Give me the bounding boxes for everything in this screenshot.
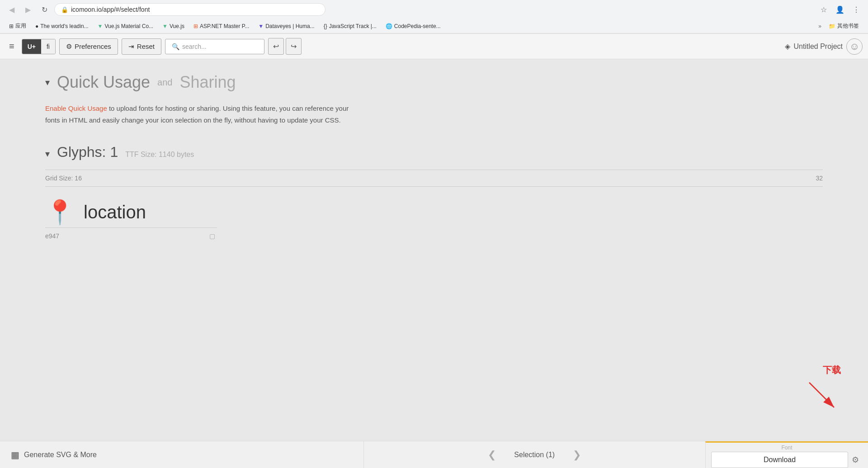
undo-button[interactable]: ↩ xyxy=(268,38,284,55)
bookmark-codepedia-label: CodePedia-sente... xyxy=(394,23,441,29)
download-button[interactable]: Download xyxy=(711,452,848,468)
vuematerial-icon: ▼ xyxy=(98,23,103,29)
annotation-arrow-svg xyxy=(805,378,841,414)
sharing-title: Sharing xyxy=(179,73,236,92)
folder-icon: 📁 xyxy=(829,23,835,29)
main-content: ▾ Quick Usage and Sharing Enable Quick U… xyxy=(0,59,868,423)
bookmark-vuejs[interactable]: ▼ Vue.js xyxy=(159,22,188,31)
glyph-code: e947 xyxy=(45,232,204,240)
bookmark-apps-label: 应用 xyxy=(15,22,26,30)
bookmark-vuejs-label: Vue.js xyxy=(170,23,184,29)
bookmark-vuematerial[interactable]: ▼ Vue.js Material Co... xyxy=(94,22,157,31)
glyph-icon-area: 📍 location xyxy=(45,200,146,224)
quick-usage-chevron[interactable]: ▾ xyxy=(45,77,50,88)
glyph-copy-button[interactable]: ▢ xyxy=(208,232,217,241)
profile-button[interactable]: 👤 xyxy=(834,3,846,16)
undo-redo-group: ↩ ↪ xyxy=(268,38,302,55)
glyphs-chevron[interactable]: ▾ xyxy=(45,148,50,159)
location-pin-icon: 📍 xyxy=(45,200,75,224)
quick-usage-header: ▾ Quick Usage and Sharing xyxy=(45,73,823,92)
bookmark-dataveyes[interactable]: ▼ Dataveyes | Huma... xyxy=(255,22,318,31)
search-placeholder: search... xyxy=(182,43,207,50)
bookmark-folder[interactable]: 📁 其他书签 xyxy=(825,21,863,31)
codepedia-icon: 🌐 xyxy=(386,23,392,29)
unicode-button[interactable]: U+ xyxy=(22,39,41,54)
glyphs-header: ▾ Glyphs: 1 TTF Size: 1140 bytes xyxy=(45,144,823,161)
preferences-label: Preferences xyxy=(75,43,111,50)
glyphs-section: ▾ Glyphs: 1 TTF Size: 1140 bytes Grid Si… xyxy=(45,144,823,241)
star-button[interactable]: ☆ xyxy=(817,3,830,16)
bottom-left: ▦ Generate SVG & More xyxy=(0,441,364,468)
bottom-bar: ▦ Generate SVG & More ❮ Selection (1) ❯ … xyxy=(0,441,868,468)
bottom-right: Font Download ⚙ xyxy=(705,441,868,468)
location-name: location xyxy=(84,202,146,222)
project-label[interactable]: Untitled Project xyxy=(794,43,843,51)
selection-label: Selection (1) xyxy=(514,451,555,459)
github-icon: ● xyxy=(35,23,38,29)
apps-icon: ⊞ xyxy=(9,23,14,29)
bookmark-apps[interactable]: ⊞ 应用 xyxy=(5,21,30,31)
forward-button[interactable]: ▶ xyxy=(22,3,34,16)
next-arrow[interactable]: ❯ xyxy=(573,449,581,461)
aspnet-icon: ⊞ xyxy=(193,23,198,29)
bookmark-jstrack[interactable]: {} JavaScript Track |... xyxy=(320,22,380,31)
bookmark-github[interactable]: ● The world's leadin... xyxy=(32,22,92,31)
search-icon: 🔍 xyxy=(172,43,179,50)
glyph-item: 📍 location e947 ▢ xyxy=(45,200,823,241)
quick-usage-body: Enable Quick Usage to upload fonts for h… xyxy=(45,103,823,126)
reset-button[interactable]: ⇥ Reset xyxy=(122,38,161,55)
refresh-button[interactable]: ↻ xyxy=(38,3,51,16)
bookmark-vuematerial-label: Vue.js Material Co... xyxy=(104,23,153,29)
app-header: ≡ U+ fi ⚙ Preferences ⇥ Reset 🔍 search..… xyxy=(0,34,868,59)
grid-size-bar: Grid Size: 16 32 xyxy=(45,170,823,187)
bookmark-github-label: The world's leadin... xyxy=(40,23,88,29)
quick-usage-and: and xyxy=(157,77,172,88)
address-bar[interactable]: 🔒 icomoon.io/app/#/select/font xyxy=(54,3,326,16)
font-label: Font xyxy=(781,443,792,452)
bookmark-jstrack-label: JavaScript Track |... xyxy=(329,23,377,29)
bookmark-codepedia[interactable]: 🌐 CodePedia-sente... xyxy=(382,22,444,31)
bottom-center: ❮ Selection (1) ❯ xyxy=(364,441,706,468)
grid-size-num: 32 xyxy=(816,175,823,182)
reset-icon: ⇥ xyxy=(128,43,134,51)
ttf-size: TTF Size: 1140 bytes xyxy=(125,151,194,159)
browser-nav: ◀ ▶ ↻ 🔒 icomoon.io/app/#/select/font ☆ 👤… xyxy=(0,0,868,19)
font-settings-button[interactable]: ⚙ xyxy=(848,452,863,468)
bookmarks-bar: ⊞ 应用 ● The world's leadin... ▼ Vue.js Ma… xyxy=(0,19,868,33)
url-text: icomoon.io/app/#/select/font xyxy=(71,6,150,13)
reset-label: Reset xyxy=(137,43,155,50)
bookmark-folder-label: 其他书签 xyxy=(837,22,859,30)
redo-button[interactable]: ↪ xyxy=(286,38,302,55)
avatar[interactable]: ☺ xyxy=(846,38,863,55)
search-box[interactable]: 🔍 search... xyxy=(165,39,264,54)
nav-right: ☆ 👤 ⋮ xyxy=(817,3,863,16)
dataveyes-icon: ▼ xyxy=(258,23,264,29)
lock-icon: 🔒 xyxy=(61,6,68,13)
glyphs-title: Glyphs: 1 xyxy=(57,144,118,161)
svg-line-1 xyxy=(809,383,834,407)
layers-icon: ◈ xyxy=(785,42,790,51)
vuejs-icon: ▼ xyxy=(162,23,168,29)
back-button[interactable]: ◀ xyxy=(5,3,18,16)
annotation-area: 下载 xyxy=(805,364,841,414)
prev-arrow[interactable]: ❮ xyxy=(488,449,496,461)
bookmark-dataveyes-label: Dataveyes | Huma... xyxy=(265,23,315,29)
enable-quick-usage-link[interactable]: Enable Quick Usage xyxy=(45,104,107,112)
ligature-button[interactable]: fi xyxy=(41,39,55,54)
preferences-button[interactable]: ⚙ Preferences xyxy=(59,38,118,55)
bottom-right-actions: Download ⚙ xyxy=(706,452,868,468)
quick-usage-text: Enable Quick Usage to upload fonts for h… xyxy=(45,103,353,126)
bookmark-aspnet[interactable]: ⊞ ASP.NET Master P... xyxy=(190,22,253,31)
hamburger-button[interactable]: ≡ xyxy=(5,38,18,55)
menu-button[interactable]: ⋮ xyxy=(850,3,863,16)
browser-chrome: ◀ ▶ ↻ 🔒 icomoon.io/app/#/select/font ☆ 👤… xyxy=(0,0,868,34)
bookmark-aspnet-label: ASP.NET Master P... xyxy=(200,23,249,29)
glyph-code-area: e947 ▢ xyxy=(45,227,217,241)
quick-usage-title: Quick Usage xyxy=(57,73,150,92)
generate-label[interactable]: Generate SVG & More xyxy=(24,451,97,459)
jstrack-icon: {} xyxy=(324,23,327,29)
project-section: ◈ Untitled Project ☺ xyxy=(785,38,863,55)
bookmarks-more-button[interactable]: » xyxy=(818,23,821,29)
grid-size-label: Grid Size: 16 xyxy=(45,175,82,182)
annotation-text: 下载 xyxy=(823,364,841,376)
